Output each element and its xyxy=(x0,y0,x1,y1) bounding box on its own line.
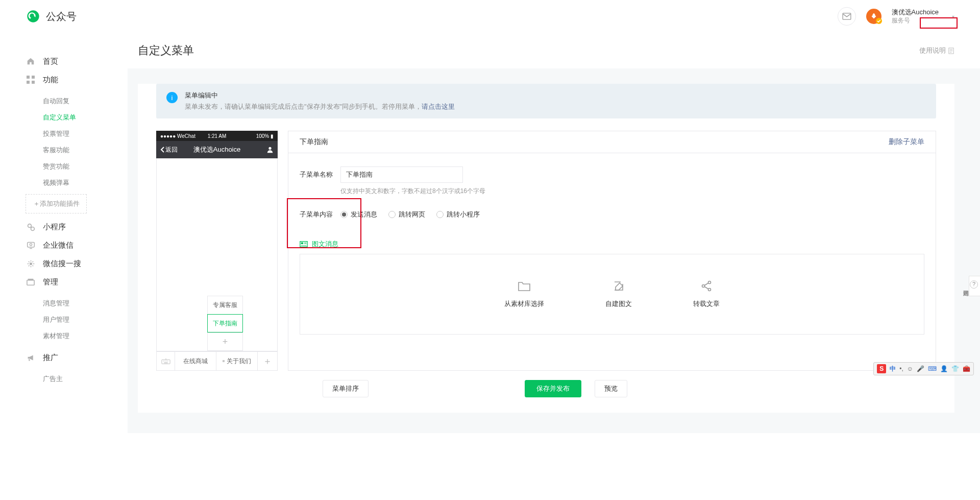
svg-rect-0 xyxy=(843,13,851,19)
sidebar-icon xyxy=(26,258,36,269)
add-submenu-button[interactable]: + xyxy=(207,332,243,351)
svg-point-10 xyxy=(29,262,32,265)
sidebar-item[interactable]: 小程序 xyxy=(26,222,128,232)
svg-rect-12 xyxy=(28,279,34,281)
page-title: 自定义菜单 xyxy=(138,43,194,58)
svg-rect-5 xyxy=(32,81,35,84)
svg-point-9 xyxy=(30,243,32,245)
sidebar-label: 管理 xyxy=(43,277,58,287)
keyboard-icon xyxy=(161,358,170,365)
sidebar-icon xyxy=(26,222,36,232)
sidebar-subitem[interactable]: 赞赏功能 xyxy=(43,158,128,175)
save-publish-button[interactable]: 保存并发布 xyxy=(525,380,581,397)
info-icon: i xyxy=(166,92,178,103)
grid-icon xyxy=(26,75,36,85)
sidebar-subitem[interactable]: 广告主 xyxy=(43,371,128,387)
notice-bar: i 菜单编辑中 菜单未发布，请确认菜单编辑完成后点击"保存并发布"同步到手机。若… xyxy=(156,84,936,118)
phone-title: 澳优选Auchoice xyxy=(193,145,240,154)
content-label: 子菜单内容 xyxy=(300,210,340,219)
phone-preview: ●●●●● WeChat1:21 AM100% ▮ 返回 澳优选Auchoice… xyxy=(156,131,278,371)
question-icon: ? xyxy=(970,280,978,289)
sidebar-icon xyxy=(26,240,36,250)
phone-back-button[interactable]: 返回 xyxy=(160,146,178,154)
sidebar-subitem[interactable]: 客服功能 xyxy=(43,142,128,158)
sidebar-label: 功能 xyxy=(43,75,58,85)
sidebar-item[interactable]: 企业微信 xyxy=(26,240,128,250)
edit-icon xyxy=(611,279,626,293)
submenu-item[interactable]: 专属客服 xyxy=(207,296,243,314)
radio-send-message[interactable]: 发送消息 xyxy=(340,210,377,219)
select-create-article[interactable]: 自建图文 xyxy=(605,279,632,308)
submenu-name-input[interactable] xyxy=(340,166,463,183)
ime-punct-icon: •, xyxy=(899,365,903,372)
megaphone-icon xyxy=(26,352,36,363)
select-from-library[interactable]: 从素材库选择 xyxy=(504,279,544,308)
sidebar-subitem[interactable]: 消息管理 xyxy=(43,295,128,312)
sidebar-item[interactable]: 微信搜一搜 xyxy=(26,258,128,269)
svg-rect-4 xyxy=(27,81,30,84)
doc-icon xyxy=(948,47,954,54)
svg-point-16 xyxy=(163,361,163,361)
home-icon xyxy=(26,56,36,66)
sidebar-label: 推广 xyxy=(43,353,58,363)
app-name: 公众号 xyxy=(46,10,77,23)
svg-rect-3 xyxy=(32,76,35,79)
add-menu-tab[interactable]: ＋ xyxy=(258,352,277,370)
radio-jump-miniapp[interactable]: 跳转小程序 xyxy=(436,210,480,219)
profile-icon[interactable] xyxy=(266,146,274,153)
verified-badge-icon xyxy=(875,17,883,25)
sidebar-item-home[interactable]: 首页 xyxy=(26,56,128,66)
panel-title: 下单指南 xyxy=(300,137,328,147)
svg-rect-22 xyxy=(301,242,303,244)
sort-menu-button[interactable]: 菜单排序 xyxy=(323,380,369,397)
chevron-left-icon xyxy=(160,147,164,153)
notice-title: 菜单编辑中 xyxy=(185,91,455,100)
keyboard-toggle[interactable] xyxy=(157,352,175,370)
svg-point-17 xyxy=(164,361,165,361)
ime-mic-icon: 🎤 xyxy=(917,365,924,372)
ime-toolbar[interactable]: S 中 •, ☺ 🎤 ⌨ 👤 👕 🧰 xyxy=(873,362,974,375)
envelope-icon xyxy=(842,13,851,20)
sidebar-subitem[interactable]: 投票管理 xyxy=(43,126,128,142)
sidebar-subitem[interactable]: 自动回复 xyxy=(43,93,128,109)
preview-button[interactable]: 预览 xyxy=(595,380,627,397)
sidebar-subitem[interactable]: 素材管理 xyxy=(43,328,128,344)
svg-point-19 xyxy=(167,361,167,361)
sidebar-item-features[interactable]: 功能 xyxy=(26,75,128,85)
name-hint: 仅支持中英文和数字，字数不超过8个汉字或16个字母 xyxy=(340,187,924,196)
box-icon xyxy=(26,277,36,287)
sidebar-subitem[interactable]: 视频弹幕 xyxy=(43,175,128,191)
folder-icon xyxy=(517,279,531,293)
svg-point-6 xyxy=(28,224,31,227)
account-name: 澳优选Auchoice xyxy=(892,8,939,17)
submenu-item[interactable]: 下单指南 xyxy=(207,314,243,332)
sidebar-item-promote[interactable]: 推广 xyxy=(26,352,128,363)
sidebar-subitem[interactable]: 自定义菜单 xyxy=(43,109,128,126)
tab-article-message[interactable]: 图文消息 xyxy=(299,240,339,254)
select-repost-article[interactable]: 转载文章 xyxy=(693,279,720,308)
stop-menu-link[interactable]: 请点击这里 xyxy=(422,103,455,110)
radio-jump-web[interactable]: 跳转网页 xyxy=(388,210,425,219)
ime-user-icon: 👤 xyxy=(940,365,948,372)
menu-tab[interactable]: 关于我们 xyxy=(216,352,258,370)
ime-emoji-icon: ☺ xyxy=(907,365,913,372)
ime-keyboard-icon: ⌨ xyxy=(928,365,937,372)
annotation-box xyxy=(920,17,958,29)
menu-tab[interactable]: 在线商城 xyxy=(175,352,216,370)
sidebar-item-manage[interactable]: 管理 xyxy=(26,277,128,287)
sidebar-label: 首页 xyxy=(43,57,58,66)
feedback-widget[interactable]: ? 遇到问题 xyxy=(969,276,980,296)
avatar[interactable] xyxy=(866,9,881,24)
sogou-icon: S xyxy=(877,364,886,373)
sidebar-subitem[interactable]: 用户管理 xyxy=(43,312,128,328)
add-plugin-button[interactable]: ＋ 添加功能插件 xyxy=(26,194,87,213)
ime-skin-icon: 👕 xyxy=(951,365,959,372)
svg-point-18 xyxy=(166,361,166,361)
svg-rect-11 xyxy=(27,280,34,285)
inbox-button[interactable] xyxy=(838,7,856,26)
delete-submenu-link[interactable]: 删除子菜单 xyxy=(889,137,924,147)
help-link[interactable]: 使用说明 xyxy=(919,46,954,55)
svg-rect-8 xyxy=(27,242,34,247)
app-logo[interactable]: 公众号 xyxy=(26,9,77,24)
svg-rect-15 xyxy=(161,360,169,364)
